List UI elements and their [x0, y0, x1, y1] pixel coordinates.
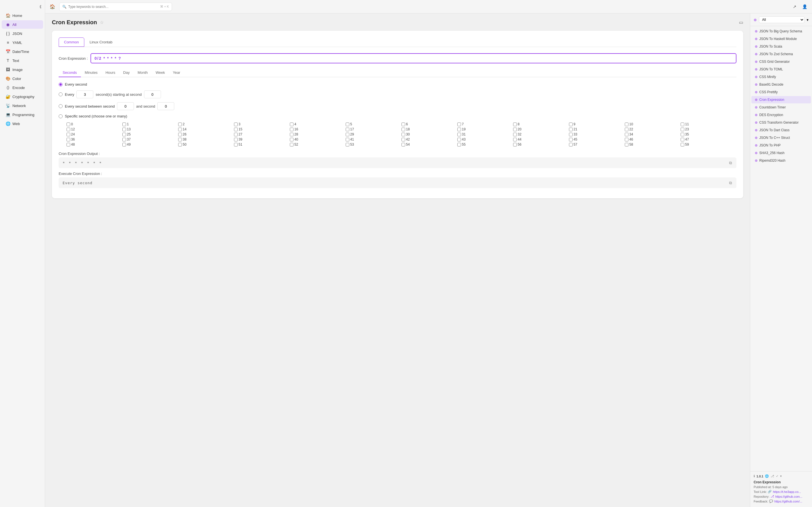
second-checkbox-8[interactable]: [513, 122, 517, 126]
second-checkbox-24[interactable]: [66, 133, 70, 136]
second-checkbox-33[interactable]: [569, 133, 573, 136]
subtab-year[interactable]: Year: [169, 68, 184, 77]
second-checkbox-56[interactable]: [513, 143, 517, 147]
rs-item-css-grid[interactable]: ⊛CSS Grid Generator: [751, 58, 811, 65]
second-checkbox-46[interactable]: [625, 138, 628, 142]
second-checkbox-6[interactable]: [402, 122, 405, 126]
rs-item-sha3-256[interactable]: ⊛SHA3_256 Hash: [751, 149, 811, 157]
rs-item-json-toml[interactable]: ⊛JSON To TOML: [751, 66, 811, 73]
rs-item-json-zod[interactable]: ⊛JSON To Zod Schema: [751, 50, 811, 58]
sidebar-item-network[interactable]: 📡 Network: [2, 101, 43, 110]
home-button[interactable]: 🏠: [49, 3, 56, 11]
second-checkbox-50[interactable]: [178, 143, 182, 147]
second-checkbox-41[interactable]: [346, 138, 349, 142]
favorite-icon[interactable]: ☆: [100, 20, 104, 25]
second-checkbox-30[interactable]: [402, 133, 405, 136]
between-to-input[interactable]: [157, 102, 174, 110]
sidebar-item-image[interactable]: 🖼 Image: [2, 65, 43, 74]
second-checkbox-31[interactable]: [457, 133, 461, 136]
repo-link[interactable]: https://github.com...: [775, 495, 802, 498]
second-checkbox-13[interactable]: [122, 128, 126, 131]
rs-item-base91[interactable]: ⊛Base91 Decode: [751, 81, 811, 88]
second-checkbox-55[interactable]: [457, 143, 461, 147]
rs-item-json-haskell[interactable]: ⊛JSON To Haskell Module: [751, 35, 811, 43]
second-checkbox-16[interactable]: [290, 128, 294, 131]
second-checkbox-27[interactable]: [234, 133, 238, 136]
search-input[interactable]: [68, 5, 158, 9]
rs-item-json-php[interactable]: ⊛JSON To PHP: [751, 142, 811, 149]
panel-toggle-button[interactable]: ▭: [739, 20, 743, 25]
sidebar-item-encode[interactable]: ⟨⟩ Encode: [2, 83, 43, 92]
second-checkbox-7[interactable]: [457, 122, 461, 126]
radio-every-n-input[interactable]: [59, 93, 63, 96]
second-checkbox-15[interactable]: [234, 128, 238, 131]
second-checkbox-43[interactable]: [457, 138, 461, 142]
second-checkbox-14[interactable]: [178, 128, 182, 131]
second-checkbox-10[interactable]: [625, 122, 628, 126]
rs-item-ripemd320[interactable]: ⊛Ripemd320 Hash: [751, 157, 811, 164]
every-n-start-input[interactable]: [144, 91, 161, 98]
second-checkbox-0[interactable]: [66, 122, 70, 126]
second-checkbox-57[interactable]: [569, 143, 573, 147]
second-checkbox-26[interactable]: [178, 133, 182, 136]
second-checkbox-47[interactable]: [680, 138, 684, 142]
search-box[interactable]: 🔍 ⌘ + K: [59, 3, 172, 11]
subtab-month[interactable]: Month: [134, 68, 152, 77]
second-checkbox-18[interactable]: [402, 128, 405, 131]
second-checkbox-42[interactable]: [402, 138, 405, 142]
rs-item-json-scala[interactable]: ⊛JSON To Scala: [751, 43, 811, 50]
subtab-seconds[interactable]: Seconds: [59, 68, 81, 77]
rs-item-css-minify[interactable]: ⊛CSS Minify: [751, 73, 811, 80]
second-checkbox-3[interactable]: [234, 122, 238, 126]
second-checkbox-1[interactable]: [122, 122, 126, 126]
second-checkbox-2[interactable]: [178, 122, 182, 126]
cron-expression-input[interactable]: [91, 53, 737, 63]
radio-between-input[interactable]: [59, 104, 63, 108]
radio-specific-input[interactable]: [59, 114, 63, 118]
second-checkbox-28[interactable]: [290, 133, 294, 136]
second-checkbox-44[interactable]: [513, 138, 517, 142]
second-checkbox-58[interactable]: [625, 143, 628, 147]
copy-output-button[interactable]: ⧉: [729, 161, 732, 165]
second-checkbox-11[interactable]: [680, 122, 684, 126]
sidebar-item-web[interactable]: 🌐 Web: [2, 119, 43, 128]
second-checkbox-35[interactable]: [680, 133, 684, 136]
tab-common[interactable]: Common: [59, 38, 84, 47]
second-checkbox-32[interactable]: [513, 133, 517, 136]
rs-item-css-transform[interactable]: ⊛CSS Transform Generator: [751, 119, 811, 126]
feedback-link[interactable]: https://github.com/...: [774, 500, 802, 503]
sidebar-item-programming[interactable]: 💻 Programming: [2, 110, 43, 119]
sidebar-item-cryptography[interactable]: 🔐 Cryptography: [2, 93, 43, 101]
sidebar-item-text[interactable]: T Text: [2, 56, 43, 65]
second-checkbox-20[interactable]: [513, 128, 517, 131]
second-checkbox-5[interactable]: [346, 122, 349, 126]
subtab-hours[interactable]: Hours: [101, 68, 119, 77]
second-checkbox-25[interactable]: [122, 133, 126, 136]
copy-execute-button[interactable]: ⧉: [729, 180, 732, 185]
rs-item-css-prettify[interactable]: ⊛CSS Prettify: [751, 89, 811, 96]
second-checkbox-23[interactable]: [680, 128, 684, 131]
second-checkbox-12[interactable]: [66, 128, 70, 131]
every-n-interval-input[interactable]: [77, 91, 93, 98]
second-checkbox-54[interactable]: [402, 143, 405, 147]
second-checkbox-49[interactable]: [122, 143, 126, 147]
between-from-input[interactable]: [117, 102, 134, 110]
second-checkbox-53[interactable]: [346, 143, 349, 147]
user-button[interactable]: 👤: [801, 3, 809, 11]
second-checkbox-17[interactable]: [346, 128, 349, 131]
second-checkbox-19[interactable]: [457, 128, 461, 131]
sidebar-item-color[interactable]: 🎨 Color: [2, 74, 43, 83]
radio-every-second-input[interactable]: [59, 82, 63, 87]
second-checkbox-38[interactable]: [178, 138, 182, 142]
subtab-minutes[interactable]: Minutes: [81, 68, 102, 77]
tool-link[interactable]: https://t.he3app.co...: [773, 490, 801, 494]
second-checkbox-45[interactable]: [569, 138, 573, 142]
sidebar-item-home[interactable]: 🏠 Home: [2, 11, 43, 20]
rs-item-cron[interactable]: ⊛Cron Expression: [751, 96, 811, 103]
rs-item-des[interactable]: ⊛DES Encryption: [751, 111, 811, 119]
subtab-week[interactable]: Week: [152, 68, 169, 77]
second-checkbox-21[interactable]: [569, 128, 573, 131]
second-checkbox-52[interactable]: [290, 143, 294, 147]
rs-item-json-dart[interactable]: ⊛JSON To Dart Class: [751, 126, 811, 134]
sidebar-item-all[interactable]: ◉ All: [2, 20, 43, 29]
